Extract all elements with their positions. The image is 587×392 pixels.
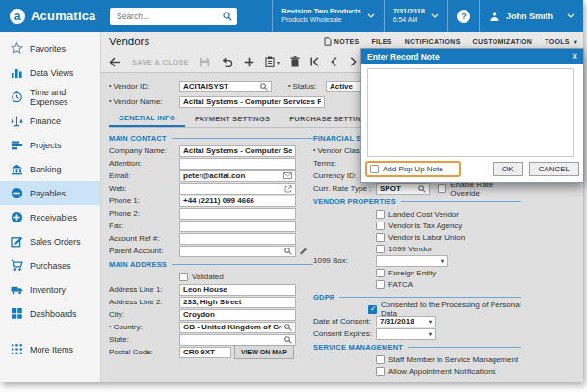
- date-of-consent-field[interactable]: 7/31/2018 ▾: [376, 316, 436, 327]
- acumatica-logo[interactable]: a Acumatica: [0, 9, 102, 24]
- curr-rate-type-field[interactable]: SPOT: [376, 183, 430, 195]
- lookup-icon[interactable]: [284, 324, 292, 331]
- enable-rate-override-checkbox[interactable]: [438, 184, 446, 193]
- state-field[interactable]: [179, 334, 296, 346]
- files-button[interactable]: FILES: [371, 39, 391, 45]
- 1099-box-field[interactable]: ▾: [376, 255, 448, 267]
- sidebar: Favorites Data Views Time and Expenses F…: [0, 32, 101, 382]
- global-search[interactable]: [110, 8, 237, 25]
- phone2-field[interactable]: [179, 208, 296, 220]
- gdpr-consent-checkbox[interactable]: [368, 305, 377, 314]
- phone1-field[interactable]: +44 (2211) 099 4666: [179, 196, 296, 207]
- landed-cost-vendor-checkbox[interactable]: [376, 210, 385, 219]
- view-on-map-button[interactable]: VIEW ON MAP: [234, 345, 294, 359]
- save-close-button[interactable]: SAVE & CLOSE: [132, 58, 189, 66]
- sidebar-item-label: Favorites: [30, 44, 66, 54]
- parent-account-field[interactable]: [179, 246, 296, 257]
- chevron-down-icon: [567, 13, 574, 18]
- sidebar-item-purchases[interactable]: Purchases: [0, 253, 100, 277]
- tools-button[interactable]: TOOLS▾: [545, 39, 577, 45]
- delete-button[interactable]: [290, 56, 300, 67]
- save-button[interactable]: [200, 57, 210, 67]
- vendor-is-tax-agency-checkbox[interactable]: [376, 222, 385, 230]
- help-button[interactable]: ?: [448, 0, 479, 32]
- close-icon[interactable]: ×: [572, 52, 577, 62]
- email-field[interactable]: peter@acitai.con: [179, 170, 296, 182]
- sidebar-item-receivables[interactable]: Receivables: [0, 205, 100, 229]
- sidebar-item-more-items[interactable]: More Items: [0, 337, 100, 361]
- parent-account-label: Parent Account:: [109, 247, 179, 255]
- vendor-id-field[interactable]: ACITAISYST: [179, 81, 272, 92]
- web-field[interactable]: [179, 183, 296, 195]
- ok-button[interactable]: OK: [493, 162, 523, 176]
- copy-paste-button[interactable]: ▾: [265, 56, 280, 67]
- search-icon[interactable]: [223, 12, 232, 21]
- go-first-button[interactable]: [310, 57, 319, 66]
- minus-circle-icon: [11, 187, 23, 199]
- section-main-contact: MAIN CONTACT: [109, 131, 313, 144]
- sidebar-item-time-and-expenses[interactable]: Time and Expenses: [0, 85, 100, 109]
- foreign-entity-checkbox[interactable]: [376, 269, 385, 277]
- sidebar-item-inventory[interactable]: Inventory: [0, 277, 100, 301]
- insert-button[interactable]: [244, 57, 254, 67]
- note-textarea[interactable]: [367, 68, 574, 157]
- consent-expires-label: Consent Expires:: [313, 329, 376, 338]
- notes-button[interactable]: NOTES: [324, 37, 360, 46]
- vendor-is-labor-union-checkbox[interactable]: [376, 233, 385, 242]
- envelope-icon[interactable]: [283, 172, 292, 179]
- vendor-name-field[interactable]: Acitai Systems - Computer Services For B…: [179, 96, 325, 108]
- customization-button[interactable]: CUSTOMIZATION: [473, 39, 533, 45]
- sidebar-item-banking[interactable]: Banking: [0, 157, 100, 181]
- sidebar-item-projects[interactable]: Projects: [0, 133, 100, 157]
- cancel-changes-button[interactable]: [221, 57, 233, 67]
- lookup-icon[interactable]: [284, 248, 292, 255]
- validated-checkbox[interactable]: [179, 273, 188, 281]
- fax-field[interactable]: [179, 221, 296, 232]
- lookup-icon[interactable]: [418, 185, 426, 193]
- country-field[interactable]: GB - United Kingdom of Great Britain: [179, 322, 296, 333]
- sidebar-item-label: Receivables: [30, 213, 77, 222]
- address-line2-field[interactable]: 233, High Street: [179, 297, 296, 308]
- user-menu[interactable]: John Smith: [480, 0, 583, 32]
- help-icon[interactable]: ?: [457, 10, 470, 23]
- attention-field[interactable]: [179, 158, 296, 170]
- back-arrow-icon: [109, 57, 121, 67]
- account-ref-field[interactable]: [179, 233, 296, 245]
- search-input[interactable]: [115, 11, 223, 22]
- city-field[interactable]: Croydon: [179, 309, 296, 321]
- lookup-icon[interactable]: [260, 83, 268, 91]
- sidebar-item-payables[interactable]: Payables: [0, 181, 100, 205]
- sidebar-item-sales-orders[interactable]: Sales Orders: [0, 229, 100, 253]
- external-link-icon[interactable]: [284, 185, 292, 193]
- company-name-field[interactable]: Acitai Systems - Computer Services For: [179, 145, 296, 157]
- business-date-selector[interactable]: 7/31/2018 6:54 AM: [385, 0, 447, 32]
- brand-name: Acumatica: [31, 9, 96, 23]
- chevron-down-icon[interactable]: ▾: [441, 257, 444, 264]
- back-button[interactable]: [109, 57, 121, 67]
- lookup-icon[interactable]: [284, 336, 292, 344]
- tab-general-info[interactable]: GENERAL INFO: [109, 111, 185, 127]
- sidebar-item-finance[interactable]: Finance: [0, 109, 100, 133]
- go-next-button[interactable]: [349, 57, 358, 66]
- tab-payment-settings[interactable]: PAYMENT SETTINGS: [185, 111, 280, 127]
- dialog-titlebar[interactable]: Enter Record Note ×: [361, 49, 583, 64]
- go-previous-button[interactable]: [330, 57, 338, 66]
- edit-pencil-icon[interactable]: [300, 248, 307, 255]
- company-selector[interactable]: Revision Two Products Products Wholesale: [273, 0, 383, 32]
- address-line1-field[interactable]: Leon House: [179, 284, 296, 296]
- sidebar-item-dashboards[interactable]: Dashboards: [0, 301, 100, 326]
- chevron-down-icon[interactable]: ▾: [429, 330, 432, 337]
- appointment-notifications-checkbox[interactable]: [376, 367, 385, 376]
- staff-member-checkbox[interactable]: [376, 355, 385, 364]
- cart-icon: [11, 259, 23, 272]
- consent-expires-field[interactable]: ▾: [376, 328, 436, 340]
- notifications-button[interactable]: NOTIFICATIONS: [405, 39, 461, 45]
- sidebar-item-favorites[interactable]: Favorites: [0, 37, 100, 61]
- postal-code-field[interactable]: CR0 9XT: [179, 347, 231, 358]
- cancel-button[interactable]: CANCEL: [529, 162, 579, 176]
- fatca-checkbox[interactable]: [376, 280, 385, 289]
- sidebar-item-data-views[interactable]: Data Views: [0, 61, 100, 85]
- vendor-1099-checkbox[interactable]: [376, 245, 385, 253]
- chevron-down-icon[interactable]: ▾: [429, 318, 432, 325]
- add-popup-note-checkbox[interactable]: [370, 165, 379, 173]
